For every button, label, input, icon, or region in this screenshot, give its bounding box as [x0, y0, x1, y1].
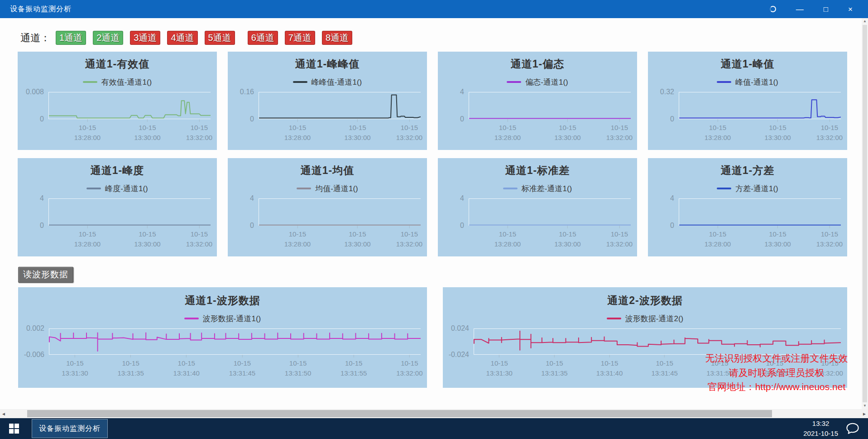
plot-row: 4 0	[438, 92, 637, 119]
taskbar-clock[interactable]: 13:32 2021-10-15	[803, 419, 838, 439]
title-bar: 设备振动监测分析 — □ ×	[0, 0, 868, 18]
chart-panel: 通道1-标准差 标准差-通道1() 4 0 10-15 13:28:0010-1…	[438, 158, 637, 256]
y-axis-max-label: 0.16	[240, 88, 254, 96]
y-axis: 0.32 0	[648, 92, 679, 119]
x-axis-ticks: 10-15 13:28:0010-15 13:30:0010-15 13:32:…	[469, 119, 631, 142]
chart-title: 通道1-峰峰值	[228, 57, 427, 71]
scroll-left-icon[interactable]: ◄	[0, 411, 7, 416]
y-axis-min-label: 0	[250, 115, 254, 123]
chart-legend[interactable]: 均值-通道1()	[228, 184, 427, 193]
y-axis: 4 0	[438, 198, 469, 226]
y-axis: 0.16 0	[228, 92, 259, 119]
plot-row: 0.32 0	[648, 92, 847, 119]
app-window: 设备振动监测分析 — □ × 通道： 1通道2通道3通道4通道5通道6通道7通道…	[0, 0, 868, 439]
refresh-icon[interactable]	[770, 6, 776, 12]
chart-panel: 通道2-波形数据 波形数据-通道2() 0.024 -0.024 10-15 1…	[443, 287, 847, 388]
channel-button-4[interactable]: 4通道	[167, 31, 197, 45]
x-axis-ticks: 10-15 13:28:0010-15 13:30:0010-15 13:32:…	[679, 226, 841, 248]
taskbar: 设备振动监测分析 13:32 2021-10-15	[0, 418, 868, 439]
legend-label: 偏态-通道1()	[525, 77, 568, 87]
taskbar-tray: 13:32 2021-10-15	[803, 418, 868, 439]
x-tick-label: 10-15 13:31:40	[173, 355, 200, 378]
series-line	[679, 199, 841, 225]
plot-area	[259, 198, 421, 226]
channel-button-7[interactable]: 7通道	[285, 31, 315, 45]
x-tick-label: 10-15 13:31:40	[596, 355, 623, 378]
y-axis-min-label: -0.006	[24, 351, 44, 359]
legend-marker-icon	[184, 318, 199, 319]
x-tick-label: 10-15 13:31:55	[762, 355, 788, 378]
scroll-down-icon[interactable]: ▼	[863, 403, 867, 409]
x-tick-label: 10-15 13:32:00	[396, 119, 422, 143]
plot-row: 0.024 -0.024	[443, 328, 847, 355]
minimize-button[interactable]: —	[796, 5, 804, 13]
x-tick-label: 10-15 13:30:00	[554, 119, 580, 143]
x-tick-label: 10-15 13:32:00	[186, 226, 212, 249]
channel-button-2[interactable]: 2通道	[93, 31, 123, 45]
legend-marker-icon	[507, 81, 521, 83]
legend-label: 波形数据-通道2()	[625, 314, 683, 324]
close-button[interactable]: ×	[848, 5, 853, 13]
read-waveform-button[interactable]: 读波形数据	[18, 267, 73, 283]
plot-row: 4 0	[18, 198, 217, 226]
channel-button-1[interactable]: 1通道	[56, 31, 86, 45]
legend-marker-icon	[607, 318, 621, 319]
chart-legend[interactable]: 峰度-通道1()	[18, 184, 217, 193]
x-tick-label: 10-15 13:30:00	[134, 226, 160, 249]
chart-legend[interactable]: 偏态-通道1()	[438, 77, 637, 87]
series-line	[259, 92, 421, 119]
x-axis-ticks: 10-15 13:28:0010-15 13:30:0010-15 13:32:…	[48, 226, 211, 248]
vertical-scroll-thumb[interactable]	[863, 25, 867, 402]
chart-legend[interactable]: 波形数据-通道2()	[443, 314, 847, 323]
y-axis-max-label: 4	[670, 194, 674, 203]
chart-legend[interactable]: 峰值-通道1()	[648, 77, 847, 87]
x-tick-label: 10-15 13:31:55	[340, 355, 367, 378]
maximize-button[interactable]: □	[824, 5, 828, 13]
plot-row: 0.008 0	[18, 92, 217, 119]
horizontal-scroll-track[interactable]	[7, 409, 861, 418]
x-tick-label: 10-15 13:32:00	[606, 119, 633, 143]
chart-panel: 通道1-偏态 偏态-通道1() 4 0 10-15 13:28:0010-15 …	[438, 52, 637, 150]
series-line	[49, 329, 421, 354]
plot-row: 0.16 0	[228, 92, 427, 119]
channel-button-5[interactable]: 5通道	[205, 31, 235, 45]
legend-label: 峰峰值-通道1()	[312, 77, 362, 87]
x-tick-label: 10-15 13:32:00	[396, 226, 422, 249]
y-axis-min-label: 0	[460, 222, 464, 230]
x-tick-label: 10-15 13:32:00	[186, 119, 212, 143]
windows-logo-icon	[9, 424, 19, 434]
horizontal-scrollbar[interactable]: ◄ ►	[0, 409, 868, 418]
chat-bubble-icon[interactable]	[845, 422, 860, 435]
start-button[interactable]	[0, 418, 28, 439]
legend-label: 均值-通道1()	[315, 183, 358, 194]
x-tick-label: 10-15 13:32:00	[396, 355, 422, 378]
x-tick-label: 10-15 13:28:00	[705, 119, 731, 143]
x-axis-ticks: 10-15 13:31:3010-15 13:31:3510-15 13:31:…	[49, 355, 421, 377]
vertical-scrollbar[interactable]: ▲ ▼	[862, 18, 868, 409]
y-axis-min-label: 0	[250, 222, 254, 230]
y-axis-min-label: 0	[460, 115, 464, 123]
x-tick-label: 10-15 13:31:50	[285, 355, 311, 378]
x-tick-label: 10-15 13:30:00	[344, 226, 370, 249]
chart-legend[interactable]: 标准差-通道1()	[438, 184, 637, 193]
horizontal-scroll-thumb[interactable]	[27, 410, 772, 417]
channel-label: 通道：	[20, 31, 50, 45]
channel-button-6[interactable]: 6通道	[248, 31, 278, 45]
y-axis: 0.008 0	[18, 92, 48, 119]
chart-legend[interactable]: 方差-通道1()	[648, 184, 847, 193]
channel-button-3[interactable]: 3通道	[130, 31, 160, 45]
y-axis: 4 0	[438, 92, 469, 119]
chart-panel: 通道1-峰值 峰值-通道1() 0.32 0 10-15 13:28:0010-…	[648, 52, 847, 150]
channel-button-8[interactable]: 8通道	[322, 31, 352, 45]
y-axis-min-label: 0	[40, 115, 44, 123]
scroll-up-icon[interactable]: ▲	[863, 18, 867, 24]
chart-legend[interactable]: 峰峰值-通道1()	[228, 77, 427, 87]
chart-legend[interactable]: 波形数据-通道1()	[18, 314, 427, 323]
x-tick-label: 10-15 13:31:35	[117, 355, 144, 378]
taskbar-app-button[interactable]: 设备振动监测分析	[32, 419, 108, 438]
chart-legend[interactable]: 有效值-通道1()	[18, 77, 217, 87]
scroll-right-icon[interactable]: ►	[861, 411, 868, 416]
legend-label: 标准差-通道1()	[522, 183, 572, 194]
legend-label: 方差-通道1()	[735, 183, 778, 194]
chart-panel: 通道1-峰度 峰度-通道1() 4 0 10-15 13:28:0010-15 …	[18, 158, 217, 256]
